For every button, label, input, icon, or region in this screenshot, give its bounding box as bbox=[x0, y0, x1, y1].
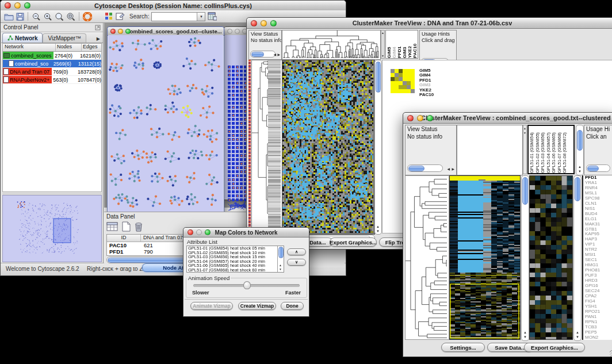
tv1-gene-label[interactable]: PAC10 bbox=[419, 93, 434, 97]
help-lifering-icon[interactable] bbox=[83, 12, 92, 21]
zoom-in-icon[interactable] bbox=[43, 12, 52, 21]
attribute-list-scrollbar[interactable]: ▲ ▼ bbox=[277, 246, 284, 272]
tv1-column-dendrogram[interactable] bbox=[282, 30, 379, 58]
animate-vizmap-button[interactable]: Animate Vizmap bbox=[190, 302, 233, 310]
close-button[interactable] bbox=[227, 29, 232, 34]
tv1-heatmap-vscrollbar[interactable]: ▲ ▼ bbox=[374, 60, 382, 235]
scroll-down-icon[interactable]: ▼ bbox=[578, 170, 582, 173]
table-import-icon[interactable] bbox=[208, 12, 217, 21]
tv1-heatmap-canvas[interactable] bbox=[282, 60, 373, 233]
move-down-button[interactable]: ∨ bbox=[287, 259, 306, 266]
tv2-collabel-vscrollbar[interactable]: ▲ ▼ bbox=[576, 125, 584, 175]
tv2-gene-label[interactable]: MON2 bbox=[585, 335, 612, 340]
scroll-left-icon[interactable]: ◀ bbox=[447, 167, 450, 171]
scroll-down-icon[interactable]: ▼ bbox=[523, 335, 527, 339]
dialog-titlebar[interactable]: Map Colors to Network bbox=[183, 228, 309, 237]
move-up-button[interactable]: ∧ bbox=[287, 248, 306, 255]
scroll-down-icon[interactable]: ▼ bbox=[376, 229, 380, 233]
scroll-up-icon[interactable]: ▲ bbox=[381, 31, 384, 35]
annotation-icon[interactable] bbox=[116, 12, 125, 21]
tv2-zoom-vscrollbar[interactable]: ▲ ▼ bbox=[573, 175, 582, 341]
zoom-button[interactable] bbox=[427, 115, 433, 121]
tv2-export-graphics-button[interactable]: Export Graphics... bbox=[524, 343, 585, 352]
zoom-button[interactable] bbox=[205, 229, 211, 235]
scroll-down-icon[interactable]: ▼ bbox=[523, 131, 526, 135]
minimize-button[interactable] bbox=[417, 115, 423, 121]
save-icon[interactable] bbox=[16, 13, 24, 21]
tv1-status-scrollbar[interactable] bbox=[250, 51, 276, 58]
tv2-zoom-heatmap-canvas[interactable] bbox=[530, 176, 572, 339]
scroll-right-icon[interactable]: ▶ bbox=[452, 167, 454, 171]
data-col-id[interactable]: ID bbox=[107, 235, 141, 242]
new-document-icon[interactable] bbox=[121, 221, 131, 232]
scroll-up-icon[interactable]: ▲ bbox=[376, 225, 380, 228]
tv1-cluster-matrix[interactable] bbox=[391, 69, 415, 93]
zoom-fit-icon[interactable] bbox=[55, 12, 64, 21]
minimize-button[interactable] bbox=[14, 2, 21, 9]
resize-grip[interactable] bbox=[610, 350, 612, 357]
scroll-up-icon[interactable]: ▲ bbox=[578, 165, 582, 168]
frame1-titlebar[interactable]: combined_scores_good.txt--cluste... bbox=[108, 27, 224, 36]
zoom-out-icon[interactable] bbox=[32, 12, 41, 21]
search-dropdown-icon[interactable]: ▼ bbox=[197, 13, 205, 21]
scroll-left-icon[interactable]: ◀ bbox=[273, 53, 276, 56]
network-row[interactable]: DNA and Tran 07769(0)183728(0) bbox=[3, 68, 101, 76]
scroll-up-icon[interactable]: ▲ bbox=[523, 331, 527, 334]
create-vizmap-button[interactable]: Create Vizmap bbox=[238, 302, 276, 310]
scroll-right-icon[interactable]: ▶ bbox=[277, 53, 280, 56]
open-file-icon[interactable] bbox=[4, 13, 14, 21]
tab-vizmapper[interactable]: VizMapper™ bbox=[43, 33, 86, 43]
close-button[interactable] bbox=[251, 20, 257, 26]
tv1-export-graphics-button[interactable]: Export Graphics... bbox=[330, 237, 377, 247]
search-input[interactable]: ▼ bbox=[151, 12, 205, 21]
tv2-status-scrollbar[interactable] bbox=[407, 164, 443, 172]
treeview1-titlebar[interactable]: ClusterMaker TreeView : DNA and Tran 07-… bbox=[247, 18, 612, 29]
tab-overflow-icon[interactable]: ▶ bbox=[97, 36, 103, 43]
scroll-up-icon[interactable]: ▲ bbox=[523, 127, 526, 130]
scroll-down-icon[interactable]: ▼ bbox=[381, 54, 384, 58]
close-button[interactable] bbox=[5, 2, 11, 9]
network-view-canvas[interactable] bbox=[108, 35, 223, 212]
network-row[interactable]: combined_scores2764(0)16218(0) bbox=[3, 52, 101, 60]
scroll-up-icon[interactable]: ▲ bbox=[576, 331, 579, 334]
trash-icon[interactable] bbox=[134, 221, 143, 232]
zoom-button[interactable] bbox=[270, 20, 277, 26]
scroll-down-icon[interactable]: ▼ bbox=[576, 335, 579, 339]
overview-canvas[interactable] bbox=[3, 196, 102, 260]
network-row[interactable]: combined_sco2569(6)13112(15) bbox=[3, 60, 101, 68]
zoom-button[interactable] bbox=[125, 29, 131, 34]
tv2-row-dendrogram[interactable] bbox=[406, 176, 449, 339]
network-row[interactable]: RNAPuberNov2+563(0)107847(0) bbox=[3, 76, 101, 84]
plugin-grid-icon[interactable] bbox=[105, 12, 113, 21]
matrix-cell bbox=[407, 77, 411, 81]
close-button[interactable] bbox=[110, 29, 116, 34]
network-name: RNAPuberNov2+ bbox=[10, 77, 49, 83]
scroll-down-icon[interactable]: ▼ bbox=[279, 267, 282, 271]
col-header-edges[interactable]: Edges bbox=[82, 44, 101, 51]
table-icon[interactable] bbox=[106, 221, 118, 232]
zoom-button[interactable] bbox=[24, 2, 30, 9]
tv2-hints-scrollbar[interactable] bbox=[586, 164, 610, 172]
tab-network[interactable]: Network bbox=[2, 33, 43, 43]
minimize-button[interactable] bbox=[118, 29, 123, 34]
minimize-button[interactable] bbox=[235, 29, 240, 34]
minimize-button[interactable] bbox=[261, 20, 267, 26]
tv2-heatmap-canvas[interactable] bbox=[450, 176, 520, 339]
col-header-network[interactable]: Network bbox=[3, 44, 56, 51]
scroll-up-icon[interactable]: ▲ bbox=[279, 263, 282, 267]
tv2-heatmap-vscrollbar[interactable]: ▲ ▼ bbox=[521, 175, 529, 341]
close-button[interactable] bbox=[407, 115, 414, 121]
tv1-row-dendrogram[interactable] bbox=[252, 60, 281, 233]
col-header-nodes[interactable]: Nodes bbox=[56, 44, 82, 51]
minimize-button[interactable] bbox=[196, 229, 202, 235]
attribute-item[interactable]: GPL51-07 (GSM868) heat shock 60 min bbox=[188, 268, 284, 273]
done-button[interactable]: Done bbox=[281, 302, 304, 310]
main-titlebar[interactable]: Cytoscape Desktop (Session Name: collins… bbox=[1, 1, 346, 11]
slider-thumb[interactable] bbox=[243, 281, 251, 289]
treeview2-titlebar[interactable]: ClusterMaker TreeView : combined_scores_… bbox=[403, 113, 612, 124]
tv2-settings-button[interactable]: Settings... bbox=[441, 343, 485, 352]
float-panel-icon[interactable] bbox=[95, 25, 101, 30]
zoom-selected-icon[interactable] bbox=[66, 12, 75, 21]
close-button[interactable] bbox=[188, 229, 193, 235]
network-overview-panel[interactable] bbox=[2, 195, 102, 262]
